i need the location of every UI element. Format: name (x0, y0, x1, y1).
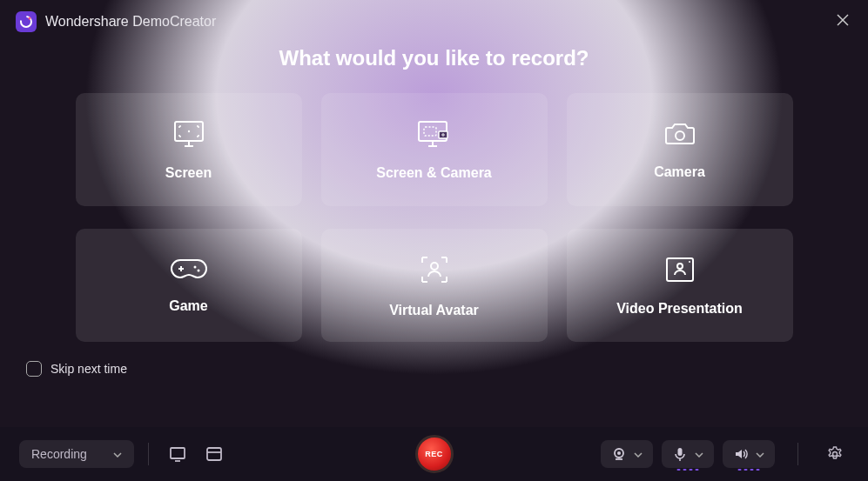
window-button[interactable] (199, 439, 229, 469)
page-heading: What would you like to record? (0, 46, 868, 70)
divider (797, 443, 798, 465)
divider (148, 443, 149, 465)
gear-icon (826, 445, 844, 463)
svg-point-28 (617, 451, 621, 455)
mode-select[interactable]: Recording (19, 440, 134, 468)
card-label: Screen & Camera (376, 165, 492, 181)
svg-rect-29 (678, 448, 683, 456)
card-screen[interactable]: Screen (76, 93, 302, 206)
svg-point-22 (689, 261, 690, 263)
logo-icon (19, 15, 33, 29)
video-presentation-icon (663, 254, 697, 285)
chevron-down-icon (113, 450, 122, 459)
camera-icon (663, 119, 697, 149)
screen-area-icon (168, 444, 187, 464)
svg-point-18 (197, 270, 199, 272)
svg-point-7 (187, 130, 189, 132)
card-label: Virtual Avatar (389, 303, 479, 318)
card-video-presentation[interactable]: Video Presentation (567, 229, 793, 342)
svg-rect-12 (439, 131, 447, 138)
svg-point-17 (193, 266, 196, 269)
chevron-down-icon (634, 450, 643, 459)
skip-row: Skip next time (0, 342, 868, 377)
bottom-toolbar: Recording REC (0, 427, 868, 481)
svg-rect-23 (171, 448, 185, 458)
titlebar-left: Wondershare DemoCreator (16, 11, 216, 32)
record-button[interactable]: REC (415, 435, 454, 473)
microphone-toggle[interactable] (662, 440, 714, 468)
speaker-toggle[interactable] (723, 440, 775, 468)
app-logo (16, 11, 37, 32)
chevron-down-icon (756, 450, 764, 459)
screen-camera-icon (415, 118, 454, 150)
window-icon (205, 444, 224, 464)
app-title: Wondershare DemoCreator (45, 14, 216, 30)
rec-label: REC (425, 450, 443, 458)
skip-checkbox[interactable] (26, 361, 42, 377)
card-label: Screen (165, 165, 212, 181)
speaker-icon (733, 446, 749, 462)
svg-point-31 (833, 452, 838, 457)
svg-point-14 (676, 131, 684, 140)
card-label: Camera (654, 164, 705, 180)
svg-point-19 (431, 263, 438, 270)
screen-area-button[interactable] (163, 439, 192, 469)
microphone-icon (672, 446, 688, 462)
svg-rect-25 (207, 448, 221, 460)
close-button[interactable] (833, 10, 852, 32)
close-icon (837, 14, 849, 26)
webcam-icon (611, 446, 627, 462)
card-camera[interactable]: Camera (567, 93, 793, 206)
card-label: Video Presentation (616, 301, 743, 317)
chevron-down-icon (695, 450, 703, 459)
right-controls (601, 440, 849, 468)
record-options-grid: Screen Screen & Camera Camera (0, 93, 868, 342)
svg-point-1 (29, 17, 31, 19)
settings-button[interactable] (821, 440, 849, 468)
virtual-avatar-icon (417, 252, 452, 287)
game-icon (170, 257, 208, 283)
card-virtual-avatar[interactable]: Virtual Avatar (321, 229, 548, 342)
skip-label: Skip next time (50, 362, 127, 376)
mode-label: Recording (31, 447, 87, 461)
titlebar: Wondershare DemoCreator (0, 0, 868, 39)
webcam-toggle[interactable] (601, 440, 653, 468)
card-screen-camera[interactable]: Screen & Camera (321, 93, 548, 206)
screen-icon (172, 118, 206, 150)
svg-point-21 (677, 264, 683, 269)
card-label: Game (169, 298, 207, 314)
card-game[interactable]: Game (76, 229, 302, 342)
svg-rect-11 (424, 127, 436, 136)
